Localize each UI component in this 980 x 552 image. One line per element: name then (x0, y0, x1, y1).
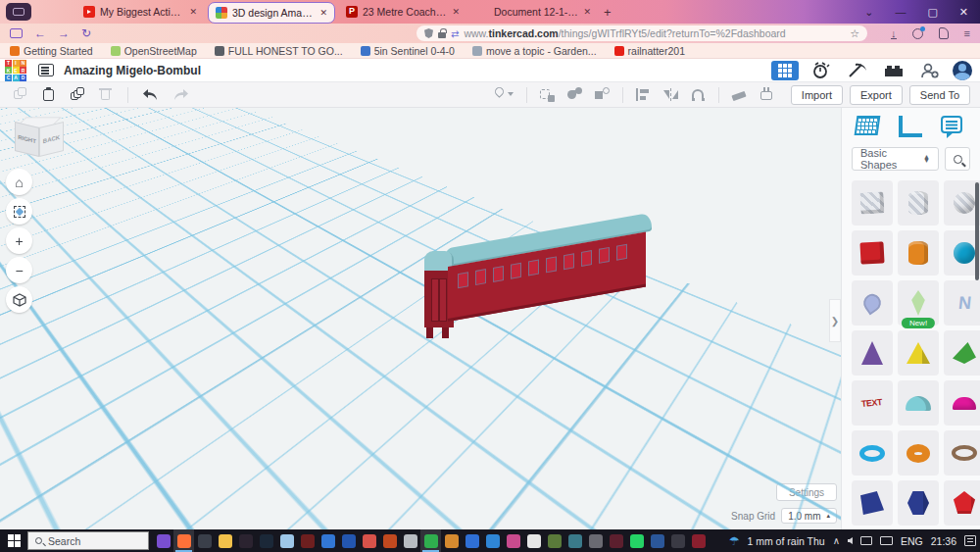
shape-tile-wedge[interactable] (852, 480, 893, 526)
taskbar-app-button[interactable] (173, 529, 194, 552)
bookmark-item[interactable]: OpenStreetMap (111, 45, 197, 57)
group-icon[interactable] (540, 87, 555, 102)
shape-tile-tube[interactable] (898, 430, 939, 476)
favorite-star-icon[interactable]: ☆ (850, 27, 859, 40)
mirror-icon[interactable] (663, 87, 678, 102)
taskbar-app-button[interactable] (276, 529, 297, 552)
shape-tile-top[interactable]: New! (898, 280, 939, 326)
taskbar-app-button[interactable] (626, 529, 647, 552)
bookmark-item[interactable]: Getting Started (10, 45, 93, 57)
lock-icon[interactable] (438, 32, 446, 38)
tab-close-icon[interactable]: ✕ (189, 7, 197, 17)
train-coach-model[interactable] (416, 233, 662, 346)
swap-icon[interactable]: ⇄ (451, 28, 459, 39)
shape-tile-cylinder[interactable] (898, 230, 939, 276)
shape-tile-scribble[interactable] (852, 280, 893, 326)
export-button[interactable]: Export (850, 85, 903, 105)
profile-icon[interactable] (912, 28, 923, 39)
shape-tile-text[interactable]: N (944, 280, 980, 326)
avatar[interactable] (953, 61, 972, 80)
clock[interactable]: 21:36 (931, 535, 956, 547)
notes-tool-icon[interactable] (760, 87, 774, 102)
shape-tile-roof[interactable] (944, 330, 980, 376)
group-edit-icon[interactable] (595, 87, 610, 102)
address-bar[interactable]: ⇄ www.tinkercad.com/things/gWITrflRYt5/e… (416, 25, 867, 41)
duplicate-icon[interactable] (71, 87, 85, 102)
taskbar-app-button[interactable] (462, 529, 482, 552)
shape-tile-cone[interactable] (852, 330, 893, 376)
browser-essentials-icon[interactable] (939, 27, 949, 39)
import-button[interactable]: Import (791, 85, 843, 105)
shape-tile-cylinder-hole[interactable] (898, 180, 939, 226)
ungroup-icon[interactable] (567, 87, 582, 102)
perspective-toggle-button[interactable] (6, 286, 32, 313)
shape-tile-pyramid[interactable] (898, 330, 939, 376)
workspaces-icon[interactable] (6, 3, 31, 21)
taskbar-app-button[interactable] (647, 529, 667, 552)
action-center-icon[interactable] (964, 535, 976, 546)
tracking-shield-icon[interactable] (424, 28, 433, 38)
workplane-tool-button[interactable] (856, 116, 881, 139)
taskbar-app-button[interactable] (153, 529, 173, 552)
taskbar-app-button[interactable] (688, 529, 709, 552)
brick-export-button[interactable] (880, 61, 907, 80)
viewport[interactable]: RIGHT BACK ⌂ + − ❯ Settings Snap Grid 1.… (0, 108, 841, 529)
browser-tab[interactable]: Document 12-1-1.pdf✕ (470, 0, 598, 24)
align-icon[interactable] (636, 87, 651, 102)
taskbar-app-button[interactable] (194, 529, 215, 552)
shape-tile-polyhedron[interactable] (944, 480, 980, 526)
close-button[interactable]: ✕ (959, 6, 968, 19)
ruler-tool-icon[interactable] (732, 87, 747, 102)
shape-category-dropdown[interactable]: Basic Shapes ▲▼ (852, 147, 939, 171)
taskbar-app-button[interactable] (441, 529, 462, 552)
shape-tile-round-roof[interactable] (898, 380, 939, 426)
shape-tile-half-sphere[interactable] (944, 380, 980, 426)
tab-close-icon[interactable]: ✕ (583, 7, 591, 17)
taskbar-app-button[interactable] (544, 529, 564, 552)
touch-keyboard-icon[interactable] (880, 536, 893, 545)
taskbar-app-button[interactable] (482, 529, 503, 552)
taskbar-app-button[interactable] (564, 529, 585, 552)
browser-tab[interactable]: 23 Metre Coach Set (52mm) | R✕ (339, 0, 466, 24)
taskbar-app-button[interactable] (235, 529, 256, 552)
tinkercad-logo[interactable]: TINKERCAD (5, 60, 26, 81)
magnet-icon[interactable] (691, 87, 706, 102)
panel-scrollbar[interactable] (975, 182, 979, 280)
bookmark-item[interactable]: FULL HONEST TO GO... (215, 45, 343, 57)
tab-close-icon[interactable]: ✕ (452, 7, 460, 17)
taskbar-app-button[interactable] (523, 529, 544, 552)
taskbar-app-button[interactable] (338, 529, 359, 552)
view-cube-right-face[interactable]: RIGHT (15, 122, 39, 157)
panel-collapse-handle[interactable]: ❯ (829, 299, 841, 342)
mode-3d-design-button[interactable] (771, 61, 799, 80)
taskbar-app-button[interactable] (585, 529, 606, 552)
shape-tile-box-hole[interactable] (852, 180, 893, 226)
notes-panel-button[interactable] (941, 116, 966, 139)
shape-tile-text-block[interactable]: TEXT (852, 380, 893, 426)
taskbar-app-button[interactable] (379, 529, 400, 552)
home-view-button[interactable]: ⌂ (6, 169, 32, 195)
design-menu-icon[interactable] (38, 64, 54, 76)
taskbar-app-button[interactable] (359, 529, 379, 552)
taskbar-app-button[interactable] (297, 529, 318, 552)
collaborate-button[interactable] (916, 61, 944, 80)
paste-icon[interactable] (42, 87, 57, 102)
taskbar-app-button[interactable] (318, 529, 338, 552)
hidden-icons-chevron[interactable]: ∧ (833, 535, 840, 546)
taskbar-app-button[interactable] (400, 529, 420, 552)
minecraft-export-button[interactable] (844, 61, 871, 80)
taskbar-app-button[interactable] (256, 529, 276, 552)
snap-grid-dropdown[interactable]: 1.0 mm ▴ (781, 508, 837, 524)
taskbar-app-button[interactable] (503, 529, 523, 552)
bookmark-item[interactable]: 5in Sentinel 0-4-0 (361, 45, 455, 57)
taskbar-app-button[interactable] (215, 529, 235, 552)
forward-icon[interactable]: → (58, 26, 70, 40)
sim-lab-button[interactable] (808, 61, 835, 80)
undo-icon[interactable] (142, 88, 159, 101)
tab-close-icon[interactable]: ✕ (319, 8, 327, 18)
browser-tab[interactable]: 3D design Amazing Migelo-Bo✕ (208, 2, 335, 24)
taskbar-search-box[interactable]: Search (27, 531, 149, 550)
shape-tile-box[interactable] (852, 230, 893, 276)
delete-icon[interactable] (99, 87, 114, 102)
weather-text[interactable]: 1 mm of rain Thu (747, 535, 824, 547)
